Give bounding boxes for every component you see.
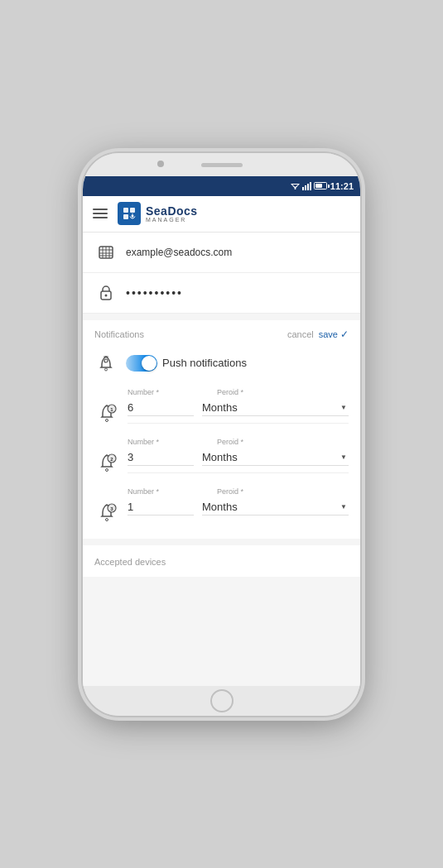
period-select-2[interactable]: Days Weeks Months Years bbox=[202, 449, 349, 465]
status-bar: 11:21 bbox=[83, 176, 360, 196]
battery-icon bbox=[314, 182, 327, 189]
accepted-devices-section: Accepted devices bbox=[83, 545, 360, 577]
svg-point-17 bbox=[105, 294, 108, 296]
app-name: SeaDocs bbox=[146, 205, 198, 217]
app-header: SeaDocs MANAGER bbox=[83, 196, 360, 233]
toggle-container[interactable]: Push notifications bbox=[126, 355, 247, 372]
svg-point-18 bbox=[105, 368, 108, 371]
svg-point-2 bbox=[294, 188, 296, 189]
notification-row-1: 1 Number * Peroid * Days bbox=[83, 383, 360, 431]
cancel-button[interactable]: cancel bbox=[287, 329, 314, 339]
phone-screen: 11:21 bbox=[83, 176, 360, 686]
accepted-devices-title: Accepted devices bbox=[94, 557, 166, 567]
section-actions: cancel save ✓ bbox=[287, 328, 349, 340]
status-icons bbox=[291, 182, 327, 190]
save-check-icon: ✓ bbox=[340, 328, 349, 340]
password-value: •••••••••• bbox=[126, 286, 349, 300]
number-input-2[interactable] bbox=[128, 449, 194, 466]
screen-content: example@seadocs.com •••••••••• bbox=[83, 233, 360, 686]
number-label-1: Number * bbox=[128, 388, 159, 396]
svg-point-7 bbox=[132, 215, 134, 218]
notif-inputs-2: Days Weeks Months Years ▼ bbox=[128, 449, 349, 466]
period-select-3[interactable]: Days Weeks Months Years bbox=[202, 499, 349, 515]
push-notification-icon bbox=[94, 352, 118, 375]
notif-labels-3: Number * Peroid * bbox=[128, 487, 349, 496]
status-time: 11:21 bbox=[330, 181, 354, 191]
email-row: example@seadocs.com bbox=[83, 233, 360, 273]
number-input-1[interactable] bbox=[128, 400, 194, 416]
svg-rect-19 bbox=[104, 356, 108, 357]
period-label-1: Peroid * bbox=[217, 388, 243, 396]
notif-fields-3: Number * Peroid * Days Weeks Months Year… bbox=[128, 487, 349, 522]
home-button[interactable] bbox=[210, 689, 234, 712]
bell-badge-2: 2 bbox=[94, 451, 119, 476]
phone-speaker bbox=[201, 163, 243, 167]
period-select-wrapper-2: Days Weeks Months Years ▼ bbox=[202, 449, 349, 466]
number-label-2: Number * bbox=[128, 438, 159, 446]
svg-point-21 bbox=[106, 419, 108, 421]
svg-point-20 bbox=[104, 359, 108, 362]
svg-rect-4 bbox=[130, 208, 135, 213]
notif-fields-1: Number * Peroid * Days Weeks Months Year… bbox=[128, 388, 349, 424]
period-select-wrapper-3: Days Weeks Months Years ▼ bbox=[202, 499, 349, 516]
period-select-wrapper-1: Days Weeks Months Years ▼ bbox=[202, 400, 349, 416]
number-label-3: Number * bbox=[128, 487, 159, 496]
svg-rect-3 bbox=[123, 208, 128, 213]
lock-icon bbox=[94, 281, 118, 305]
phone-camera bbox=[157, 161, 164, 167]
hamburger-menu[interactable] bbox=[93, 209, 108, 218]
notif-inputs-3: Days Weeks Months Years ▼ bbox=[128, 499, 349, 516]
email-icon bbox=[94, 241, 118, 264]
wifi-icon bbox=[291, 182, 300, 189]
email-value: example@seadocs.com bbox=[126, 247, 349, 258]
notif-labels-1: Number * Peroid * bbox=[128, 388, 349, 396]
svg-point-24 bbox=[106, 468, 108, 471]
notif-inputs-1: Days Weeks Months Years ▼ bbox=[128, 400, 349, 416]
hamburger-line-1 bbox=[93, 209, 108, 210]
period-label-3: Peroid * bbox=[217, 487, 243, 496]
phone-frame: 11:21 bbox=[83, 153, 360, 716]
push-toggle-row: Push notifications bbox=[83, 345, 360, 381]
notification-row-2: 2 Number * Peroid * Days bbox=[83, 433, 360, 481]
password-row: •••••••••• bbox=[83, 273, 360, 314]
period-select-1[interactable]: Days Weeks Months Years bbox=[202, 400, 349, 415]
app-logo: SeaDocs MANAGER bbox=[118, 202, 198, 225]
bell-badge-3: 3 bbox=[94, 501, 119, 525]
push-toggle-switch[interactable] bbox=[126, 355, 157, 372]
notifications-header: Notifications cancel save ✓ bbox=[83, 320, 360, 345]
app-title: SeaDocs MANAGER bbox=[146, 205, 198, 223]
notifications-section: Notifications cancel save ✓ bbox=[83, 320, 360, 539]
period-label-2: Peroid * bbox=[217, 438, 243, 446]
phone-top-bar bbox=[83, 153, 360, 176]
push-label: Push notifications bbox=[162, 357, 247, 369]
signal-icon bbox=[302, 182, 311, 190]
logo-icon bbox=[118, 202, 141, 225]
notifications-title: Notifications bbox=[94, 329, 144, 339]
hamburger-line-2 bbox=[93, 213, 108, 214]
bell-badge-1: 1 bbox=[94, 401, 119, 426]
form-section: example@seadocs.com •••••••••• bbox=[83, 233, 360, 314]
hamburger-line-3 bbox=[93, 217, 108, 218]
toggle-thumb bbox=[142, 356, 156, 371]
notif-labels-2: Number * Peroid * bbox=[128, 438, 349, 446]
svg-point-27 bbox=[106, 518, 108, 520]
notif-fields-2: Number * Peroid * Days Weeks Months Year… bbox=[128, 438, 349, 473]
phone-bottom-bar bbox=[83, 686, 360, 716]
save-button[interactable]: save ✓ bbox=[319, 328, 349, 340]
notification-row-3: 3 Number * Peroid * Days bbox=[83, 482, 360, 530]
svg-rect-5 bbox=[123, 214, 128, 219]
app-subtitle: MANAGER bbox=[146, 217, 198, 223]
number-input-3[interactable] bbox=[128, 499, 194, 516]
